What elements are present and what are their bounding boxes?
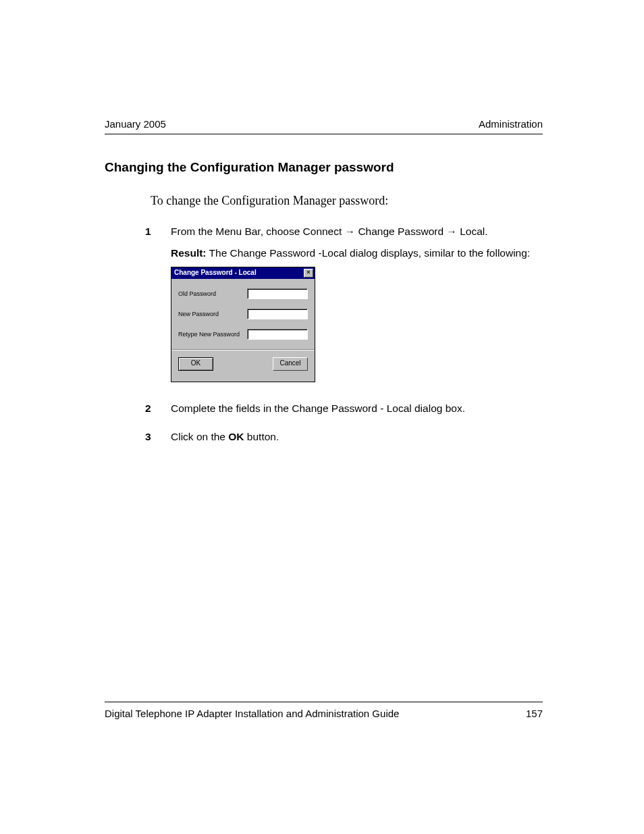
close-icon[interactable]: × [304,269,313,278]
dialog-button-row: OK Cancel [178,357,308,377]
old-password-input[interactable] [247,288,308,299]
step-text: Complete the fields in the Change Passwo… [171,401,543,416]
step-number: 2 [145,401,171,423]
step-result: Result: The Change Password -Local dialo… [171,246,543,261]
section-heading: Changing the Configuration Manager passw… [105,160,543,175]
step-text: From the Menu Bar, choose Connect → Chan… [171,224,543,239]
step-number: 1 [145,224,171,394]
field-label: Retype New Password [178,330,247,339]
step-text-bold: OK [228,431,244,442]
step-number: 3 [145,429,171,451]
intro-text: To change the Configuration Manager pass… [151,194,543,208]
ok-button[interactable]: OK [178,357,213,371]
field-new-password: New Password [178,309,308,319]
header-date: January 2005 [105,118,166,130]
document-page: January 2005 Administration Changing the… [0,0,644,834]
field-retype-password: Retype New Password [178,329,308,340]
step-body: From the Menu Bar, choose Connect → Chan… [171,224,543,394]
step-3: 3 Click on the OK button. [145,429,543,451]
footer-row: Digital Telephone IP Adapter Installatio… [105,708,543,719]
step-1: 1 From the Menu Bar, choose Connect → Ch… [145,224,543,394]
dialog-separator [171,349,315,350]
footer-rule [105,702,543,702]
new-password-input[interactable] [247,309,308,319]
page-number: 157 [526,708,543,719]
field-old-password: Old Password [178,288,308,299]
change-password-dialog: Change Password - Local × Old Password N… [171,267,315,382]
step-body: Click on the OK button. [171,429,543,451]
footer-title: Digital Telephone IP Adapter Installatio… [105,708,399,719]
dialog-body: Old Password New Password Retype New Pas… [171,279,315,382]
cancel-button[interactable]: Cancel [273,357,308,371]
page-footer: Digital Telephone IP Adapter Installatio… [105,702,543,719]
dialog-titlebar: Change Password - Local × [171,267,315,279]
field-label: New Password [178,310,247,319]
field-label: Old Password [178,290,247,298]
step-body: Complete the fields in the Change Passwo… [171,401,543,423]
page-header: January 2005 Administration [105,118,543,134]
step-text-pre: Click on the [171,431,228,442]
dialog-title-text: Change Password - Local [174,268,257,278]
retype-password-input[interactable] [247,329,308,340]
step-2: 2 Complete the fields in the Change Pass… [145,401,543,423]
result-text: The Change Password -Local dialog displa… [207,247,531,259]
step-text: Click on the OK button. [171,429,543,444]
header-section: Administration [479,118,543,130]
step-text-post: button. [244,431,279,442]
result-label: Result: [171,247,207,259]
